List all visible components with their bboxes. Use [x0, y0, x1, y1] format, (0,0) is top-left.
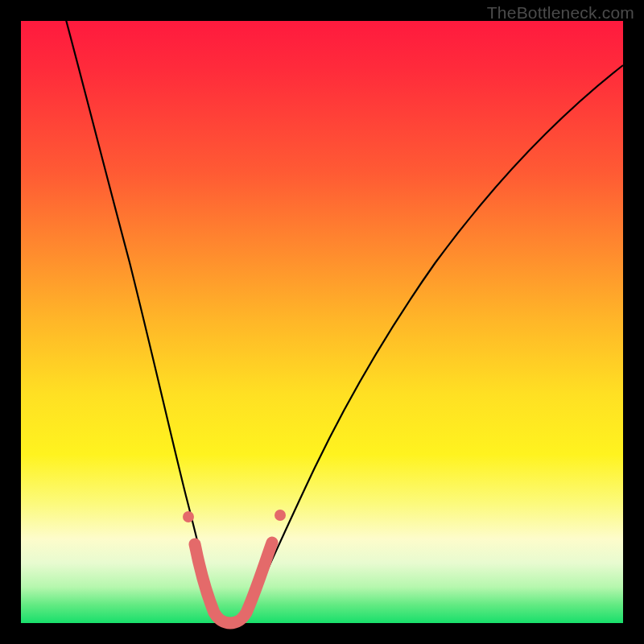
marker-dot-right [275, 510, 286, 521]
marker-dot-left [183, 511, 194, 522]
marker-floor [195, 543, 272, 623]
curve-layer [21, 21, 623, 623]
plot-area [21, 21, 623, 623]
watermark-text: TheBottleneck.com [487, 3, 634, 23]
bottleneck-curve [53, 0, 623, 621]
chart-frame: TheBottleneck.com [0, 0, 644, 644]
